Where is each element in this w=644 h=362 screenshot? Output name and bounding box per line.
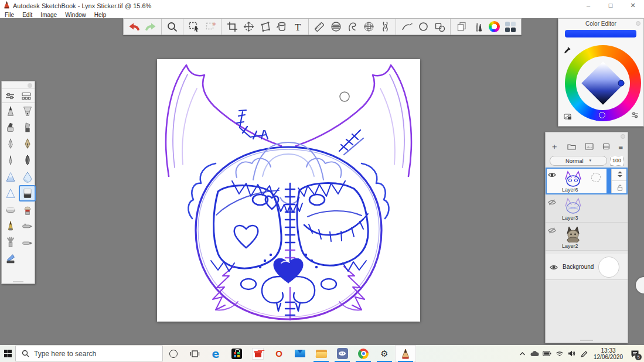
visibility-eye-icon[interactable] — [550, 262, 558, 272]
brush-marker[interactable] — [2, 119, 19, 136]
gift-app-icon[interactable] — [247, 345, 268, 362]
brush-smudge-roller[interactable] — [2, 202, 19, 218]
ruler-tool-icon[interactable] — [311, 19, 328, 35]
layer-opacity-arrows-icon[interactable] — [612, 168, 628, 181]
chrome-icon[interactable] — [353, 345, 374, 362]
menu-image[interactable]: Image — [40, 12, 57, 18]
brush-airbrush-soft[interactable] — [2, 169, 19, 185]
tray-clock[interactable]: 13:33 12/06/2020 — [591, 347, 625, 360]
add-layer-icon[interactable]: ＋ — [550, 142, 558, 152]
layer-palette-icon[interactable] — [502, 19, 519, 35]
taskbar-search[interactable] — [15, 346, 163, 361]
brush-settings-icon[interactable] — [2, 89, 18, 103]
layer-row-layer6[interactable]: Layer6 — [546, 168, 628, 194]
brush-fan[interactable] — [2, 234, 19, 251]
panel-collapse-dot[interactable] — [28, 83, 32, 88]
selection-tool-icon[interactable] — [186, 19, 202, 35]
hue-selector-dot[interactable] — [599, 112, 605, 118]
background-color-swatch[interactable] — [598, 257, 619, 278]
layer-row-layer2[interactable]: Layer2 — [546, 223, 628, 251]
brush-spray-gun[interactable] — [19, 234, 36, 251]
maximize-button[interactable]: □ — [599, 0, 622, 11]
crop-tool-icon[interactable] — [224, 19, 240, 35]
brush-pencil[interactable] — [2, 103, 19, 119]
layer-lock-icon[interactable] — [612, 181, 628, 194]
panel-collapse-dot[interactable] — [636, 21, 640, 26]
transparent-color-icon[interactable] — [564, 112, 572, 122]
transform-tool-icon[interactable] — [240, 19, 257, 35]
layer-folder-icon[interactable] — [567, 142, 576, 152]
symmetry-icon[interactable] — [377, 19, 393, 35]
brush-angled-flat[interactable] — [2, 251, 19, 267]
shapes-tool-icon[interactable] — [431, 19, 448, 35]
pen-icon[interactable] — [579, 347, 589, 360]
notification-center-icon[interactable]: 5 — [628, 347, 642, 360]
layer-opacity-field[interactable]: 100 — [610, 156, 623, 166]
visibility-eye-slash-icon[interactable] — [546, 223, 558, 250]
sketchbook-taskbar-icon[interactable] — [395, 345, 416, 362]
deselect-tool-icon[interactable]: ✱ — [202, 19, 219, 35]
cortana-icon[interactable] — [163, 345, 184, 362]
settings-gear-icon[interactable]: ⚙ — [374, 345, 395, 362]
saturation-selector-dot[interactable] — [618, 80, 625, 87]
blend-mode-select[interactable]: Normal ▾ — [550, 156, 607, 166]
onedrive-cloud-icon[interactable] — [530, 347, 540, 360]
brush-flat-gradient[interactable] — [19, 185, 36, 202]
store-icon[interactable] — [226, 345, 247, 362]
brush-library-panel-icon[interactable] — [18, 89, 35, 103]
paste-icon[interactable] — [453, 19, 469, 35]
visibility-eye-icon[interactable] — [546, 168, 558, 194]
close-button[interactable]: ✕ — [622, 0, 644, 11]
start-button[interactable] — [0, 345, 15, 362]
brush-library-icon[interactable] — [469, 19, 486, 35]
add-image-icon[interactable] — [585, 142, 594, 152]
layer-card-icon[interactable] — [602, 142, 610, 152]
brush-airbrush-gun[interactable] — [19, 218, 36, 234]
menu-edit[interactable]: Edit — [22, 12, 32, 18]
visibility-eye-slash-icon[interactable] — [546, 194, 558, 222]
search-input[interactable] — [34, 350, 145, 358]
zoom-tool-icon[interactable] — [164, 19, 180, 35]
redo-icon[interactable] — [142, 19, 159, 35]
panel-collapse-dot[interactable] — [621, 134, 625, 139]
text-tool-icon[interactable]: T — [289, 19, 306, 35]
fill-tool-icon[interactable] — [273, 19, 289, 35]
brush-fine-liner[interactable] — [2, 152, 19, 169]
task-view-icon[interactable] — [184, 345, 205, 362]
brush-fountain-nib[interactable] — [19, 136, 36, 152]
brush-airbrush-hard[interactable] — [2, 185, 19, 202]
battery-icon[interactable] — [542, 347, 552, 360]
ellipse-tool-icon[interactable] — [415, 19, 431, 35]
layer-menu-icon[interactable]: ≡ — [618, 143, 623, 152]
canvas[interactable] — [157, 59, 420, 322]
brush-ballpoint[interactable] — [2, 136, 19, 152]
brush-inking-quill[interactable] — [19, 152, 36, 169]
speaker-icon[interactable] — [567, 347, 577, 360]
color-wheel[interactable] — [565, 45, 641, 121]
file-explorer-icon[interactable] — [311, 345, 332, 362]
brush-watercolor-drop[interactable] — [19, 169, 36, 185]
brush-airbrush-nozzle[interactable] — [19, 103, 36, 119]
color-puck-icon[interactable] — [486, 19, 502, 35]
color-sliders-icon[interactable] — [631, 111, 639, 121]
menu-file[interactable]: File — [5, 12, 14, 18]
brush-mop[interactable] — [19, 202, 36, 218]
undo-icon[interactable] — [126, 19, 142, 35]
discord-icon[interactable] — [332, 345, 353, 362]
brush-detail-pencil[interactable] — [2, 218, 19, 234]
edge-icon[interactable]: e — [205, 345, 226, 362]
office-icon[interactable]: O — [268, 345, 289, 362]
brush-chisel[interactable] — [19, 119, 36, 136]
panel-drag-handle[interactable] — [13, 281, 23, 282]
tray-chevron-icon[interactable] — [517, 347, 527, 360]
steady-stroke-icon[interactable] — [398, 19, 415, 35]
layer-row-background[interactable]: Background — [546, 254, 628, 280]
mail-icon[interactable] — [289, 345, 311, 362]
distort-tool-icon[interactable] — [257, 19, 273, 35]
menu-help[interactable]: Help — [94, 12, 107, 18]
panel-resize-handle[interactable] — [580, 340, 593, 341]
layer-row-layer3[interactable]: Layer3 — [546, 194, 628, 223]
french-curve-icon[interactable] — [344, 19, 360, 35]
minimize-button[interactable]: – — [577, 0, 599, 11]
wifi-icon[interactable] — [554, 347, 564, 360]
